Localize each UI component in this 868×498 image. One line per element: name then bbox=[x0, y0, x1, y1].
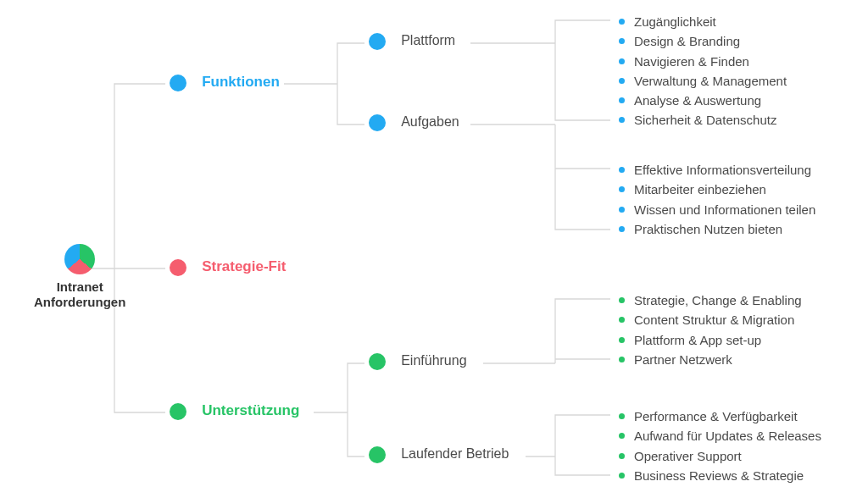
pie-icon bbox=[64, 244, 95, 274]
dot-icon bbox=[369, 33, 386, 50]
node-betrieb-label: Laufender Betrieb bbox=[401, 446, 509, 461]
branch-strategie-label: Strategie-Fit bbox=[202, 258, 286, 274]
node-aufgaben-label: Aufgaben bbox=[401, 114, 459, 129]
dot-icon bbox=[369, 114, 386, 131]
leaf-item: Mitarbeiter einbeziehen bbox=[619, 180, 815, 199]
dot-icon bbox=[170, 403, 186, 420]
dot-icon bbox=[369, 353, 386, 370]
root-label-line1: Intranet bbox=[57, 279, 103, 294]
node-betrieb: Laufender Betrieb bbox=[369, 446, 509, 463]
branch-funktionen: Funktionen bbox=[170, 74, 280, 91]
leaf-item: Analyse & Auswertung bbox=[619, 91, 787, 110]
dot-icon bbox=[170, 75, 186, 91]
leaf-item: Content Struktur & Migration bbox=[619, 310, 802, 329]
list-betrieb: Performance & VerfügbarkeitAufwand für U… bbox=[619, 407, 821, 485]
node-aufgaben: Aufgaben bbox=[369, 114, 459, 131]
node-einfuehrung-label: Einführung bbox=[401, 353, 466, 368]
node-einfuehrung: Einführung bbox=[369, 353, 467, 370]
root-node: Intranet Anforderungen bbox=[34, 244, 125, 310]
list-einfuehrung: Strategie, Change & EnablingContent Stru… bbox=[619, 290, 802, 369]
root-label-line2: Anforderungen bbox=[34, 295, 125, 309]
leaf-item: Effektive Informationsverteilung bbox=[619, 160, 815, 180]
dot-icon bbox=[369, 446, 386, 463]
node-plattform-label: Plattform bbox=[401, 33, 455, 47]
leaf-item: Plattform & App set-up bbox=[619, 330, 802, 350]
list-aufgaben: Effektive InformationsverteilungMitarbei… bbox=[619, 160, 815, 239]
leaf-item: Performance & Verfügbarkeit bbox=[619, 407, 821, 426]
leaf-item: Operativer Support bbox=[619, 446, 821, 466]
leaf-item: Praktischen Nutzen bieten bbox=[619, 219, 815, 239]
leaf-item: Wissen und Informationen teilen bbox=[619, 200, 815, 219]
leaf-item: Partner Netzwerk bbox=[619, 350, 802, 369]
branch-strategie: Strategie-Fit bbox=[170, 258, 286, 276]
leaf-item: Navigieren & Finden bbox=[619, 52, 787, 71]
leaf-item: Sicherheit & Datenschutz bbox=[619, 110, 787, 130]
leaf-item: Aufwand für Updates & Releases bbox=[619, 426, 821, 445]
branch-unterstuetzung: Unterstützung bbox=[170, 402, 299, 420]
leaf-item: Business Reviews & Strategie bbox=[619, 466, 821, 485]
dot-icon bbox=[170, 259, 186, 276]
branch-funktionen-label: Funktionen bbox=[202, 74, 280, 90]
leaf-item: Design & Branding bbox=[619, 31, 787, 51]
list-plattform: ZugänglichkeitDesign & BrandingNavigiere… bbox=[619, 12, 787, 130]
leaf-item: Strategie, Change & Enabling bbox=[619, 290, 802, 310]
leaf-item: Verwaltung & Management bbox=[619, 71, 787, 91]
branch-unterstuetzung-label: Unterstützung bbox=[202, 402, 299, 418]
node-plattform: Plattform bbox=[369, 33, 455, 50]
leaf-item: Zugänglichkeit bbox=[619, 12, 787, 31]
